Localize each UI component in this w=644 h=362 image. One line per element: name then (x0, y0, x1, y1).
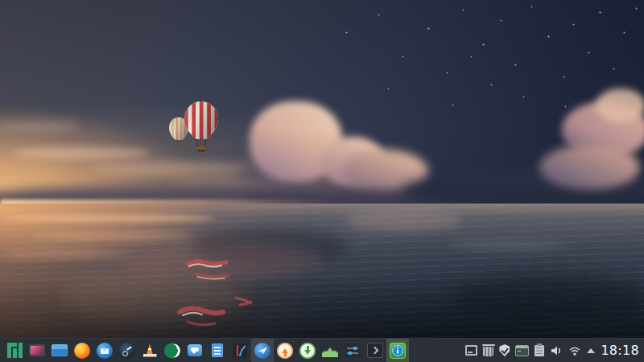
cumulus-cloud-shadow (237, 151, 402, 201)
tray-security[interactable] (499, 339, 510, 362)
launcher-software-update[interactable] (274, 339, 296, 362)
launcher-audio-player[interactable] (161, 339, 184, 362)
sliders-icon (345, 343, 361, 358)
chat-bubble-icon (188, 344, 202, 356)
stars (0, 0, 1, 1)
tray-terminal[interactable] (515, 339, 529, 362)
launcher-software-install[interactable] (296, 339, 319, 362)
water-dark-patch (451, 273, 644, 321)
launcher-video-editor[interactable] (229, 339, 251, 362)
tray-expand[interactable] (587, 339, 595, 362)
mini-terminal-icon (515, 345, 529, 356)
globe-plane-icon (254, 343, 270, 359)
cloud-bank (0, 186, 314, 213)
water-dark-patch (192, 228, 349, 266)
audio-player-icon (164, 343, 180, 359)
manjaro-logo-icon (7, 343, 23, 358)
orange-up-arrow-icon (277, 343, 293, 359)
system-tray (465, 339, 595, 362)
launcher-media-display[interactable] (26, 339, 48, 362)
pink-cloud (539, 145, 640, 190)
firefox-icon (74, 343, 90, 359)
launcher-terminal[interactable] (364, 339, 386, 362)
tray-volume[interactable] (550, 339, 563, 362)
horizon-glow (0, 200, 354, 207)
caret-up-icon (587, 348, 595, 353)
tray-network[interactable] (568, 339, 581, 362)
digital-clock[interactable]: 18:18 (601, 339, 639, 362)
tray-trash[interactable] (483, 339, 493, 362)
water-light-streak (0, 250, 129, 258)
ocean-water (0, 204, 644, 338)
cloud-wisp (12, 147, 151, 159)
console-prompt-icon (367, 343, 383, 358)
cloud-wisp (0, 121, 80, 132)
taskbar: 18:18 (0, 338, 644, 362)
water-light-patch (345, 210, 461, 231)
cloud-wisp (171, 176, 362, 188)
launcher-travel-globe-app[interactable] (251, 339, 274, 362)
wifi-icon (568, 345, 581, 356)
cloud-reflection (61, 274, 245, 321)
balloon-water-reflection (165, 256, 262, 332)
water-light-streak (29, 232, 194, 240)
hot-air-balloons (161, 97, 233, 173)
launcher-thunderbird[interactable] (93, 339, 116, 362)
launcher-audio-settings[interactable] (341, 339, 364, 362)
vlc-cone-icon (143, 344, 157, 357)
area-chart-icon (322, 344, 338, 357)
clipboard-icon (535, 345, 544, 356)
launcher-manjaro-menu[interactable] (3, 339, 26, 362)
speaker-icon (550, 344, 563, 357)
green-down-arrow-icon (299, 343, 316, 359)
trash-bin-icon (483, 347, 493, 356)
small-cream-balloon (169, 117, 188, 146)
cloud-wisp (90, 162, 255, 175)
launcher-text-document[interactable] (206, 339, 229, 362)
launcher-steam[interactable] (116, 339, 138, 362)
water-pink-patch (119, 242, 324, 278)
tray-clipboard[interactable] (535, 339, 544, 362)
desktop-wallpaper (0, 0, 644, 338)
steam-icon (119, 343, 135, 359)
cumulus-cloud (341, 150, 428, 195)
shield-check-icon (499, 344, 510, 356)
launcher-firefox[interactable] (71, 339, 93, 362)
launcher-system-monitor[interactable] (319, 339, 341, 362)
info-badge-icon (390, 343, 406, 359)
document-icon (212, 343, 223, 357)
file-manager-icon (52, 344, 68, 356)
launcher-messenger[interactable] (184, 339, 206, 362)
video-editor-icon (233, 343, 247, 358)
launcher-file-manager[interactable] (48, 339, 71, 362)
pink-cloud (596, 88, 644, 122)
launcher-vlc[interactable] (138, 339, 161, 362)
launcher-system-info[interactable] (386, 339, 409, 362)
pink-cloud (562, 101, 644, 159)
water-light-streak (0, 215, 216, 222)
cumulus-cloud (320, 137, 386, 187)
cloud-bank (401, 171, 644, 211)
thunderbird-icon (97, 343, 113, 359)
monitor-media-icon (29, 344, 45, 356)
red-white-striped-balloon (184, 101, 218, 152)
water-light-streak (448, 241, 568, 250)
tray-virtual-desktop[interactable] (465, 339, 477, 362)
cloud-bank (242, 190, 487, 214)
window-outline-icon (465, 345, 477, 356)
cumulus-cloud (250, 101, 342, 182)
desktop-screen: 18:18 (0, 0, 644, 362)
